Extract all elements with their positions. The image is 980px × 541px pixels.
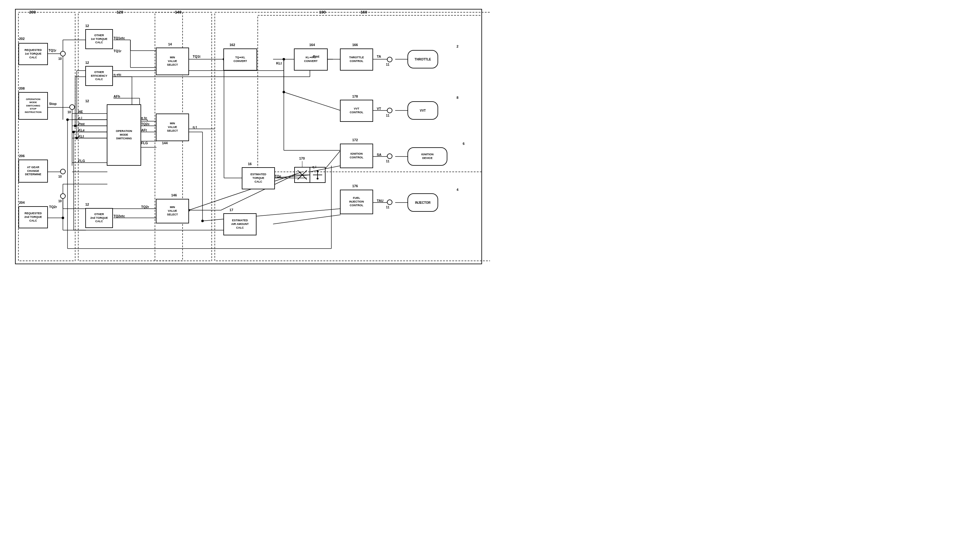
at-gear-change-block: AT GEARCHANGEDETERMINE bbox=[18, 159, 48, 183]
diagram-container: 200 120 140 100 160 REQUESTED1st TORQUEC… bbox=[0, 0, 490, 270]
op-mode-stop-block: OPERATIONMODESWITCHINGSTOPINSTRUCTION bbox=[18, 92, 48, 120]
label-160: 160 bbox=[361, 10, 367, 14]
sig-tqe: TQe bbox=[275, 174, 281, 178]
label-10b: 10 bbox=[67, 110, 71, 114]
sig-pmt2: Pmt bbox=[313, 55, 320, 58]
kl-pm-convert-block: KL⇒PmCONVERT bbox=[294, 48, 328, 71]
sig-tau: TAU bbox=[377, 199, 383, 202]
other-2nd-torque-block: OTHER2nd TORQUECALC bbox=[85, 208, 113, 228]
label-10d: 10 bbox=[58, 199, 62, 203]
svg-point-92 bbox=[75, 137, 78, 139]
label-200: 200 bbox=[29, 10, 36, 14]
junction-tq2r bbox=[60, 193, 66, 199]
requested-1st-torque-block: REQUESTED1st TORQUECALC bbox=[18, 43, 48, 65]
label-10c: 10 bbox=[58, 175, 62, 178]
junction-stop bbox=[69, 104, 75, 110]
label-202: 202 bbox=[19, 37, 25, 40]
svg-point-105 bbox=[317, 178, 318, 180]
svg-line-62 bbox=[273, 215, 340, 224]
label-11c: 11 bbox=[386, 159, 389, 163]
label-144: 144 bbox=[162, 141, 167, 145]
sig-flg: FLG bbox=[78, 159, 85, 162]
ignition-ctrl-block: IGNITIONCONTROL bbox=[340, 143, 373, 168]
label-146: 146 bbox=[171, 193, 177, 197]
min-value-select-2: MINVALUESELECT bbox=[156, 113, 189, 141]
label-12a: 12 bbox=[85, 24, 89, 28]
label-166: 166 bbox=[352, 43, 358, 47]
est-air-block: ESTIMATEDAIR AMOUNTCALC bbox=[223, 213, 256, 235]
min-value-select-3: MINVALUESELECT bbox=[156, 199, 189, 223]
throttle-output: THROTTLE bbox=[407, 50, 438, 68]
fuel-ctrl-block: FUELINJECTIONCONTROL bbox=[340, 189, 373, 214]
label-162: 162 bbox=[229, 43, 235, 47]
sig-tq2r: TQ2r bbox=[49, 205, 57, 208]
svg-point-81 bbox=[72, 131, 75, 133]
sig-tq2r2: TQ2r bbox=[141, 205, 149, 208]
label-11d: 11 bbox=[386, 205, 389, 209]
sig-tq2etc: TQ2etc bbox=[113, 214, 125, 218]
sig-etatc: η tc bbox=[141, 116, 147, 120]
sig-kle: KLe bbox=[78, 128, 85, 132]
circle-11-vvt bbox=[387, 108, 393, 113]
label-17: 17 bbox=[229, 208, 233, 212]
junction-tq1r bbox=[60, 51, 66, 56]
label-206: 206 bbox=[19, 154, 25, 158]
label-170: 170 bbox=[299, 156, 305, 160]
sig-afh: AFh bbox=[113, 94, 120, 98]
vvt-output: VVT bbox=[407, 101, 438, 120]
label-10a: 10 bbox=[58, 57, 62, 60]
sig-sa: SA bbox=[377, 153, 381, 156]
vvt-ctrl-block: VVTCONTROL bbox=[340, 100, 373, 122]
label-16: 16 bbox=[248, 162, 251, 166]
label-11a: 11 bbox=[386, 63, 389, 66]
sig-ne: NE bbox=[78, 110, 83, 113]
label-120: 120 bbox=[116, 10, 123, 14]
sig-vt: VT bbox=[377, 107, 381, 110]
sig-etat: η t bbox=[192, 125, 197, 129]
requested-2nd-torque-block: REQUESTED2nd TORQUECALC bbox=[18, 206, 48, 228]
sig-etai2: η i bbox=[312, 165, 317, 169]
sig-etai: η i bbox=[78, 116, 82, 120]
throttle-ctrl-block: THROTTLECONTROL bbox=[340, 48, 373, 71]
other-efficiency-block: OTHEREFFICIENCYCALC bbox=[85, 66, 113, 86]
sig-tq1etc: TQ1etc bbox=[113, 36, 125, 40]
sig-tq1r2: TQ1r bbox=[113, 49, 121, 53]
sig-tq2c: TQ2c bbox=[141, 122, 150, 126]
sig-aft: AFt bbox=[141, 128, 147, 132]
label-6: 6 bbox=[463, 142, 465, 145]
circle-11-throttle bbox=[387, 57, 393, 62]
svg-point-77 bbox=[62, 216, 64, 219]
label-14: 14 bbox=[168, 42, 172, 46]
min-value-select-1: MINVALUESELECT bbox=[156, 48, 189, 75]
label-4: 4 bbox=[457, 188, 458, 191]
sig-tq1t: TQ1t bbox=[192, 55, 200, 58]
sig-klt2: KLt bbox=[276, 61, 282, 65]
sig-klt: KLt bbox=[78, 134, 84, 138]
tq-kl-convert-block: TQ⇒KLCONVERT bbox=[223, 48, 257, 71]
label-204: 204 bbox=[19, 201, 25, 204]
label-8: 8 bbox=[457, 96, 458, 99]
svg-line-111 bbox=[284, 92, 340, 110]
svg-point-86 bbox=[74, 124, 76, 127]
injector-output: INJECTOR bbox=[407, 193, 438, 212]
other-1st-torque-block: OTHER1st TORQUECALC bbox=[85, 29, 113, 49]
label-172: 172 bbox=[352, 138, 358, 142]
label-140: 140 bbox=[175, 10, 181, 14]
label-208: 208 bbox=[19, 86, 25, 90]
sig-ta: TA bbox=[377, 55, 381, 58]
label-12d: 12 bbox=[85, 202, 89, 206]
label-100: 100 bbox=[319, 10, 326, 14]
circle-11-ignition bbox=[387, 153, 393, 159]
label-176: 176 bbox=[352, 184, 358, 188]
sig-flg2: FLG bbox=[141, 141, 148, 145]
label-2: 2 bbox=[457, 45, 458, 48]
circle-11-fuel bbox=[387, 199, 393, 205]
label-178: 178 bbox=[352, 94, 358, 98]
sig-stop: Stop bbox=[49, 102, 56, 105]
svg-point-104 bbox=[317, 170, 318, 172]
sig-pmt: Pmt bbox=[78, 122, 85, 126]
est-torque-block: ESTIMATEDTORQUECALC bbox=[242, 167, 275, 189]
op-mode-switching-block: OPERATIONMODESWITCHING bbox=[107, 104, 141, 166]
sig-eta-etc: η etc bbox=[113, 73, 121, 76]
label-164: 164 bbox=[309, 43, 315, 47]
